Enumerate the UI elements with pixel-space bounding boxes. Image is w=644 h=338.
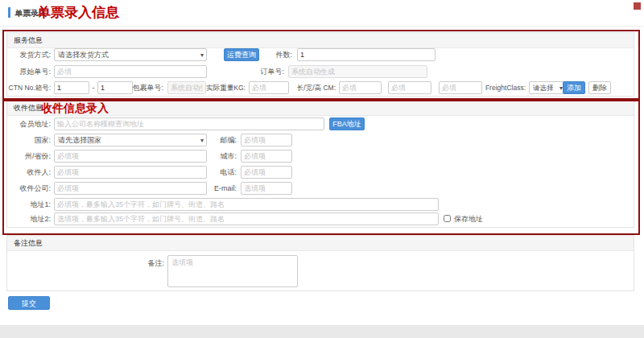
ctn-separator: - [90, 81, 97, 94]
city-input[interactable] [241, 150, 292, 163]
width-input[interactable] [388, 81, 431, 94]
dimensions-label: 长/宽/高 CM: [291, 81, 336, 94]
service-info-panel: 服务信息 发货方式: 请选择发货方式 ▾ 运费查询 件数: 原始单号: 订单号:… [6, 32, 634, 97]
annotation-recipient-title: 收件信息录入 [41, 101, 109, 115]
freight-class-select[interactable]: 请选择 ▾ [529, 81, 566, 94]
weight-label: 实际重量KG: [200, 81, 246, 94]
pieces-input[interactable] [297, 48, 436, 61]
state-label: 州/省份: [7, 150, 51, 163]
single-ticket-entry-page: 单票录入 单票录入信息 服务信息 发货方式: 请选择发货方式 ▾ 运费查询 件数… [0, 0, 644, 338]
length-input[interactable] [339, 81, 382, 94]
save-address-label: 保存地址 [454, 214, 483, 224]
recipient-section-title: 收件信息 [14, 104, 43, 112]
fba-address-button[interactable]: FBA地址 [329, 117, 365, 130]
package-no-label: 包裹单号: [120, 81, 163, 94]
email-input[interactable] [241, 182, 292, 195]
email-label: E-mail: [196, 182, 237, 195]
company-input[interactable] [54, 182, 207, 195]
height-input[interactable] [439, 81, 482, 94]
remark-panel: 备注信息 备注: [6, 235, 634, 291]
address2-input[interactable] [54, 212, 439, 225]
original-no-input[interactable] [54, 65, 207, 78]
order-no-label: 订单号: [241, 65, 284, 78]
corner-marker [634, 2, 641, 10]
recipient-section-header: 收件信息 收件信息录入 [7, 101, 634, 116]
city-label: 城市: [196, 150, 237, 163]
remark-label: 备注: [124, 257, 164, 270]
zip-label: 邮编: [196, 134, 237, 146]
recipient-name-input[interactable] [54, 166, 207, 179]
title-accent-bar [8, 7, 10, 18]
company-label: 收件公司: [7, 182, 51, 195]
delete-row-button[interactable]: 删除 [588, 81, 611, 94]
country-label: 国家: [7, 134, 51, 146]
original-no-label: 原始单号: [7, 65, 51, 78]
chevron-down-icon: ▾ [200, 50, 204, 61]
ctn-no-label: CTN No.箱号: [2, 81, 51, 94]
add-row-button[interactable]: 添加 [563, 81, 585, 94]
weight-input[interactable] [249, 81, 289, 94]
address2-label: 地址2: [7, 212, 51, 225]
phone-label: 电话: [196, 166, 237, 179]
save-address-checkbox[interactable] [444, 215, 451, 222]
order-no-input [288, 65, 427, 78]
member-address-input[interactable] [54, 117, 324, 130]
recipient-name-label: 收件人: [7, 166, 51, 179]
country-select[interactable]: 请先选择国家 ▾ [54, 134, 207, 146]
recipient-info-panel: 收件信息 收件信息录入 会员地址: FBA地址 国家: 请先选择国家 ▾ 邮编:… [6, 100, 634, 228]
service-section-title: 服务信息 [14, 36, 43, 44]
member-address-label: 会员地址: [7, 117, 51, 130]
annotation-page-title: 单票录入信息 [37, 3, 119, 22]
shipping-method-value: 请选择发货方式 [58, 51, 109, 59]
address1-label: 地址1: [7, 198, 51, 211]
remark-section-header: 备注信息 [7, 236, 634, 251]
remark-section-title: 备注信息 [14, 239, 43, 247]
footer-bar [0, 325, 644, 338]
ctn-from-input[interactable] [54, 81, 89, 94]
submit-button[interactable]: 提交 [8, 296, 50, 310]
shipping-method-label: 发货方式: [7, 48, 51, 61]
address1-input[interactable] [54, 198, 439, 211]
country-value: 请先选择国家 [58, 136, 101, 144]
shipping-method-select[interactable]: 请选择发货方式 ▾ [54, 48, 207, 61]
state-input[interactable] [54, 150, 207, 163]
page-header: 单票录入 单票录入信息 [0, 0, 644, 27]
freight-class-value: 请选择 [533, 84, 554, 92]
remark-textarea[interactable] [167, 255, 298, 287]
zip-input[interactable] [241, 134, 292, 146]
service-section-header: 服务信息 [7, 33, 634, 48]
freight-class-label: FreightClass: [479, 81, 526, 94]
pieces-label: 件数: [249, 48, 292, 61]
phone-input[interactable] [241, 166, 292, 179]
